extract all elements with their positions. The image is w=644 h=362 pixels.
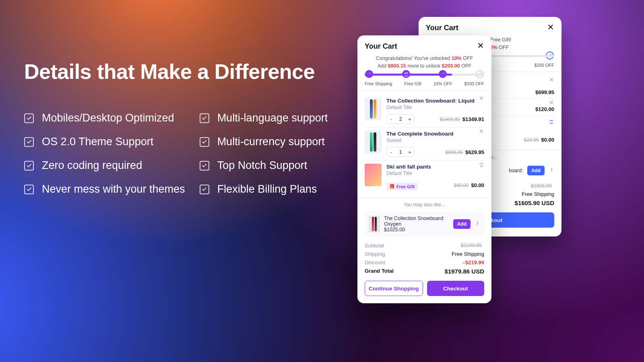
cart-drawer-front: Your Cart Congratulations! You've unlock…: [357, 35, 491, 303]
free-gift-badge: 🎁Free Gift: [386, 183, 417, 190]
remove-item-icon[interactable]: [479, 95, 484, 103]
checkbox-icon: [24, 137, 34, 147]
item-variant: Sunset: [386, 138, 484, 143]
promo-message: Congratulations! You've unlocked 10% OFF…: [365, 55, 484, 70]
item-price: $699.95: [535, 89, 554, 95]
remove-item-icon[interactable]: [549, 100, 554, 107]
feature-item: OS 2.0 Theme Support: [24, 136, 185, 148]
swap-icon[interactable]: [549, 119, 554, 126]
grand-total-label: Grand Total: [365, 268, 394, 275]
item-price: $120.00: [535, 106, 554, 112]
qty-value: 2: [396, 116, 405, 122]
swap-icon[interactable]: [479, 162, 484, 169]
chevron-right-icon[interactable]: [475, 220, 480, 228]
item-variant: Default Title: [386, 171, 484, 176]
item-price: $629.95: [465, 149, 484, 155]
gift-icon: 🎁: [389, 184, 395, 189]
quantity-stepper[interactable]: - 1 +: [386, 147, 415, 157]
item-thumbnail: [365, 131, 382, 153]
hero-title: Details that Make a Difference: [24, 60, 315, 84]
qty-decrease[interactable]: -: [387, 115, 396, 123]
upsell-heading: You may also like...: [365, 202, 484, 208]
checkbox-icon: [24, 161, 34, 171]
discount-value: –$219.99: [462, 259, 484, 265]
discount-label: Discount: [365, 259, 385, 265]
upsell-price: $1025.00: [384, 227, 449, 232]
qty-increase[interactable]: +: [405, 148, 414, 156]
progress-label: $200 OFF: [464, 81, 484, 86]
quantity-stepper[interactable]: - 2 +: [386, 114, 415, 124]
item-price: $0.00: [471, 182, 484, 188]
close-icon[interactable]: [547, 23, 554, 32]
remove-item-icon[interactable]: [479, 128, 484, 136]
chevron-right-icon[interactable]: [549, 167, 554, 174]
subtotal-label: Subtotal: [365, 243, 384, 249]
progress-label: 10% OFF: [433, 81, 452, 86]
qty-decrease[interactable]: -: [387, 148, 396, 156]
item-title: The Complete Snowboard: [386, 131, 484, 137]
subtotal-old: $2199.85: [461, 243, 482, 249]
grand-total: $1979.86 USD: [445, 268, 484, 275]
feature-grid: Mobiles/Desktop Optimized OS 2.0 Theme S…: [24, 112, 328, 195]
progress-label: Free Shipping: [365, 81, 392, 86]
rewards-progress: ✓ ▣ ✓ ✓ Free Shipping Free Gift 10% OFF …: [365, 74, 484, 86]
checkout-button[interactable]: Checkout: [427, 281, 485, 296]
upsell-title: The Collection Snowboard: Oxygen: [384, 216, 449, 227]
feature-item: Zero coding required: [24, 159, 185, 172]
feature-item: Never mess with your themes: [24, 183, 185, 195]
item-title: Ski anti fall pants: [386, 164, 484, 170]
grand-total: $1605.90 USD: [515, 200, 554, 206]
item-title: The Collection Snowboard: Liquid: [386, 98, 484, 104]
feature-item: Multi-language support: [200, 112, 328, 124]
item-variant: Default Title: [386, 105, 484, 110]
shipping-value: Free Shipping: [452, 251, 484, 257]
add-button[interactable]: Add: [527, 166, 545, 175]
shipping-value: Free Shipping: [522, 191, 554, 197]
item-price: $0.00: [541, 137, 554, 143]
totals: Subtotal$2199.85 ShippingFree Shipping D…: [365, 241, 484, 276]
hero: Details that Make a Difference: [24, 60, 315, 84]
item-price: $1349.91: [462, 116, 484, 122]
add-button[interactable]: Add: [453, 219, 471, 229]
cart-title: Your Cart: [365, 42, 397, 51]
item-thumbnail: [365, 164, 382, 186]
checkbox-icon: [200, 137, 209, 147]
feature-item: Flexible Billing Plans: [200, 183, 328, 195]
cart-title: Your Cart: [426, 24, 458, 32]
line-item: Ski anti fall pants Default Title 🎁Free …: [365, 160, 484, 193]
continue-shopping-button[interactable]: Continue Shopping: [365, 281, 423, 296]
checkbox-icon: [200, 185, 209, 194]
remove-item-icon[interactable]: [549, 77, 554, 84]
checkbox-icon: [24, 185, 34, 194]
checkbox-icon: [200, 113, 209, 123]
upsell-thumbnail: [369, 216, 380, 232]
qty-increase[interactable]: +: [405, 115, 414, 123]
line-item: The Complete Snowboard Sunset - 1 + $699…: [365, 127, 484, 160]
feature-item: Top Notch Support: [200, 159, 328, 172]
progress-label: $200 OFF: [534, 63, 554, 68]
feature-item: Mobiles/Desktop Optimized: [24, 112, 185, 124]
checkbox-icon: [200, 161, 209, 171]
feature-item: Multi-currency support: [200, 136, 328, 148]
item-thumbnail: [365, 98, 382, 120]
subtotal-old: $1605.90: [531, 183, 552, 189]
upsell-card: The Collection Snowboard: Oxygen $1025.0…: [365, 212, 484, 237]
progress-label: Free Gift: [404, 81, 421, 86]
qty-value: 1: [396, 149, 405, 155]
shipping-label: Shipping: [365, 251, 385, 257]
close-icon[interactable]: [477, 42, 484, 51]
line-item: The Collection Snowboard: Liquid Default…: [365, 95, 484, 127]
checkbox-icon: [24, 113, 34, 123]
